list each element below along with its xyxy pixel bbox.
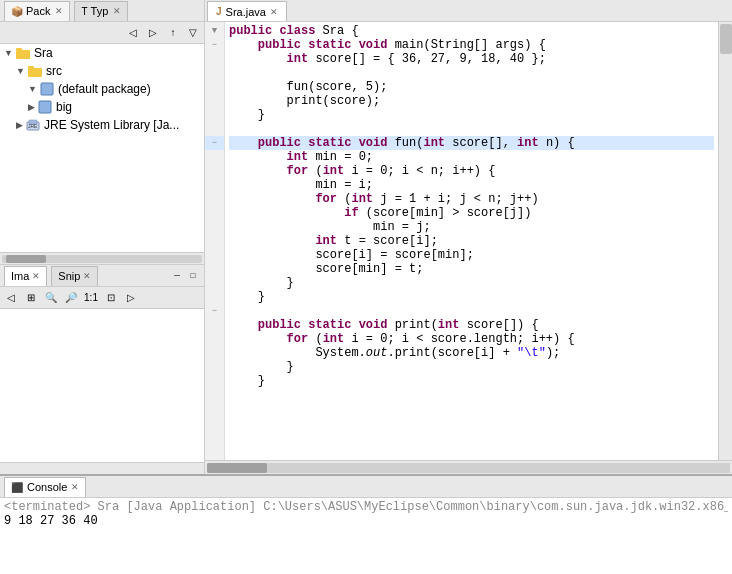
pack-tab-close[interactable]: ✕ (55, 6, 63, 16)
code-line-21 (229, 304, 714, 318)
default-pkg-icon (39, 81, 55, 97)
editor-gutter: ▼ − − (205, 22, 225, 460)
typ-tab-close[interactable]: ✕ (113, 6, 121, 16)
tree-item-big[interactable]: ▶ big (0, 98, 204, 116)
code-line-11: for (int i = 0; i < n; i++) { (229, 164, 714, 178)
console-terminated-line: <terminated> Sra [Java Application] C:\U… (4, 500, 728, 514)
svg-rect-2 (28, 68, 42, 77)
toolbar-btn-forward[interactable]: ▷ (144, 24, 162, 42)
code-line-7: } (229, 108, 714, 122)
snip-tab-label: Snip (58, 270, 80, 282)
editor-tab-bar: J Sra.java ✕ (205, 0, 732, 22)
code-line-5: fun(score, 5); (229, 80, 714, 94)
code-line-16: int t = score[i]; (229, 234, 714, 248)
code-line-22: public static void print(int score[]) { (229, 318, 714, 332)
code-line-25: } (229, 360, 714, 374)
bottom-toolbar-btn6[interactable]: ⊡ (102, 289, 120, 307)
bottom-toolbar-btn1[interactable]: ◁ (2, 289, 20, 307)
tree-item-sra-label: Sra (34, 46, 53, 60)
svg-rect-3 (28, 66, 34, 69)
tree-item-default-package[interactable]: ▼ (default package) (0, 80, 204, 98)
toolbar-btn-back[interactable]: ◁ (124, 24, 142, 42)
big-icon (37, 99, 53, 115)
tab-pack[interactable]: 📦 Pack ✕ (4, 1, 70, 21)
typ-icon: T (81, 6, 87, 17)
code-line-18: score[min] = t; (229, 262, 714, 276)
tree-item-jre-label: JRE System Library [Ja... (44, 118, 179, 132)
sra-file-icon: J (216, 6, 222, 17)
snip-tab-close[interactable]: ✕ (83, 271, 91, 281)
gutter-line-9[interactable]: − (205, 136, 224, 150)
svg-rect-0 (16, 50, 30, 59)
code-line-23: for (int i = 0; i < score.length; i++) { (229, 332, 714, 346)
console-tab-label: Console (27, 481, 67, 493)
code-line-26: } (229, 374, 714, 388)
bottom-toolbar-btn3[interactable]: 🔍 (42, 289, 60, 307)
sra-expand-arrow[interactable]: ▼ (4, 48, 13, 58)
big-expand[interactable]: ▶ (28, 102, 35, 112)
code-line-19: } (229, 276, 714, 290)
panel-toolbar: ◁ ▷ ↑ ▽ (0, 22, 204, 44)
bottom-toolbar-btn4[interactable]: 🔎 (62, 289, 80, 307)
gutter-line-1[interactable]: ▼ (205, 24, 224, 38)
code-line-9: public static void fun(int score[], int … (229, 136, 714, 150)
left-panel: 📦 Pack ✕ T Typ ✕ ◁ ▷ ↑ ▽ (0, 0, 205, 474)
bottom-panel-max[interactable]: □ (186, 269, 200, 283)
code-line-6: print(score); (229, 94, 714, 108)
ima-tab-label: Ima (11, 270, 29, 282)
tree-item-big-label: big (56, 100, 72, 114)
tab-snip[interactable]: Snip ✕ (51, 266, 98, 286)
editor-tab-sra[interactable]: J Sra.java ✕ (207, 1, 287, 21)
code-line-8 (229, 122, 714, 136)
src-folder-icon (27, 63, 43, 79)
pack-icon: 📦 (11, 6, 23, 17)
tree-area: ▼ Sra ▼ src ▼ (0, 44, 204, 252)
bottom-toolbar-btn2[interactable]: ⊞ (22, 289, 40, 307)
tree-item-src[interactable]: ▼ src (0, 62, 204, 80)
bottom-toolbar-btn5[interactable]: 1:1 (82, 289, 100, 307)
tree-item-default-label: (default package) (58, 82, 151, 96)
toolbar-btn-up[interactable]: ↑ (164, 24, 182, 42)
code-line-17: score[i] = score[min]; (229, 248, 714, 262)
console-area: ⬛ Console ✕ <terminated> Sra [Java Appli… (0, 474, 732, 574)
svg-rect-4 (41, 83, 53, 95)
tab-typ[interactable]: T Typ ✕ (74, 1, 128, 21)
editor-right-scroll[interactable] (718, 22, 732, 460)
bottom-left-panel: Ima ✕ Snip ✕ ─ □ ◁ ⊞ 🔍 🔎 (0, 264, 204, 474)
console-icon: ⬛ (11, 482, 23, 493)
console-tab-bar: ⬛ Console ✕ (0, 476, 732, 498)
code-line-13: for (int j = 1 + i; j < n; j++) (229, 192, 714, 206)
bottom-panel-toolbar: ◁ ⊞ 🔍 🔎 1:1 ⊡ ▷ (0, 287, 204, 309)
tree-item-jre[interactable]: ▶ JRE JRE System Library [Ja... (0, 116, 204, 134)
toolbar-btn-menu[interactable]: ▽ (184, 24, 202, 42)
left-scrollbar[interactable] (0, 252, 204, 264)
svg-rect-1 (16, 48, 22, 51)
ima-tab-close[interactable]: ✕ (32, 271, 40, 281)
bottom-panel-tab-bar: Ima ✕ Snip ✕ ─ □ (0, 265, 204, 287)
svg-rect-5 (39, 101, 51, 113)
gutter-line-2[interactable]: − (205, 38, 224, 52)
tree-item-src-label: src (46, 64, 62, 78)
bottom-panel-min[interactable]: ─ (170, 269, 184, 283)
jre-icon: JRE (25, 117, 41, 133)
editor-content: ▼ − − (205, 22, 732, 460)
editor-tab-sra-close[interactable]: ✕ (270, 7, 278, 17)
console-tab[interactable]: ⬛ Console ✕ (4, 477, 86, 497)
gutter-line-print[interactable]: − (205, 304, 224, 318)
left-panel-tab-bar: 📦 Pack ✕ T Typ ✕ (0, 0, 204, 22)
typ-tab-label: Typ (91, 5, 109, 17)
bottom-panel-right-scroll[interactable] (0, 462, 204, 474)
tab-ima[interactable]: Ima ✕ (4, 266, 47, 286)
jre-expand[interactable]: ▶ (16, 120, 23, 130)
code-line-10: int min = 0; (229, 150, 714, 164)
bottom-toolbar-btn7[interactable]: ▷ (122, 289, 140, 307)
src-expand-arrow[interactable]: ▼ (16, 66, 25, 76)
tree-item-sra[interactable]: ▼ Sra (0, 44, 204, 62)
editor-tab-sra-label: Sra.java (226, 6, 266, 18)
code-line-24: System.out.print(score[i] + "\t"); (229, 346, 714, 360)
svg-text:JRE: JRE (28, 123, 38, 129)
default-pkg-expand[interactable]: ▼ (28, 84, 37, 94)
code-content[interactable]: public class Sra { public static void ma… (225, 22, 718, 460)
console-tab-close[interactable]: ✕ (71, 482, 79, 492)
editor-bottom-scroll[interactable] (205, 460, 732, 474)
